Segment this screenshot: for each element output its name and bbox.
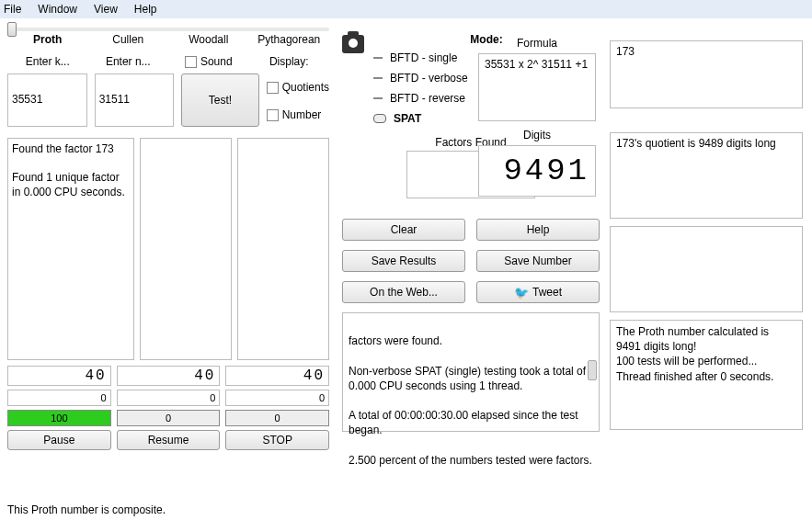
top-slider[interactable] <box>7 28 329 31</box>
digits-label: Digits <box>478 129 596 141</box>
number-checkbox[interactable] <box>267 109 279 121</box>
lcd-c: 40 <box>225 366 329 386</box>
log-box-1: Found the factor 173 Found 1 unique fact… <box>7 138 134 360</box>
zero-b: 0 <box>117 390 221 406</box>
menu-help[interactable]: Help <box>134 3 157 16</box>
formula-box: 35531 x 2^ 31511 +1 <box>478 53 596 121</box>
clear-button[interactable]: Clear <box>342 219 465 241</box>
quotients-checkbox[interactable] <box>267 82 279 94</box>
label-display: Display: <box>249 55 330 68</box>
type-pythagorean[interactable]: Pythagorean <box>249 33 330 46</box>
status-bar: This Proth number is composite. <box>7 503 166 516</box>
label-sound: Sound <box>200 55 233 68</box>
zero-c: 0 <box>225 390 329 406</box>
empty-box <box>610 226 803 312</box>
progress-b: 0 <box>117 410 221 426</box>
tweet-button[interactable]: 🐦Tweet <box>476 281 600 303</box>
type-cullen[interactable]: Cullen <box>88 33 169 46</box>
progress-c: 0 <box>225 410 329 426</box>
save-number-button[interactable]: Save Number <box>476 250 600 272</box>
label-enter-n: Enter n... <box>88 55 169 68</box>
zero-a: 0 <box>7 390 111 406</box>
sound-checkbox[interactable] <box>185 56 197 68</box>
menu-view[interactable]: View <box>94 3 118 16</box>
log-box-3 <box>237 138 329 360</box>
save-results-button[interactable]: Save Results <box>342 250 465 272</box>
stop-button[interactable]: STOP <box>225 430 329 450</box>
log-box-2 <box>140 138 232 360</box>
final-message-box: The Proth number calculated is 9491 digi… <box>610 320 803 430</box>
label-number: Number <box>282 108 322 121</box>
type-woodall[interactable]: Woodall <box>168 33 249 46</box>
menu-window[interactable]: Window <box>38 3 77 16</box>
menu-file[interactable]: File <box>4 3 21 16</box>
label-quotients: Quotients <box>282 81 329 94</box>
quotient-box: 173's quotient is 9489 digits long <box>610 132 803 219</box>
label-enter-k: Enter k... <box>7 55 88 68</box>
test-button[interactable]: Test! <box>181 73 258 127</box>
pause-button[interactable]: Pause <box>7 430 111 450</box>
help-button[interactable]: Help <box>476 219 600 241</box>
menu-bar: File Window View Help <box>0 0 812 18</box>
on-the-web-button[interactable]: On the Web... <box>342 281 465 303</box>
lcd-b: 40 <box>117 366 221 386</box>
camera-icon[interactable] <box>342 35 364 53</box>
scrollbar-thumb[interactable] <box>588 360 597 380</box>
input-k[interactable]: 35531 <box>7 73 87 127</box>
slider-thumb[interactable] <box>7 22 17 37</box>
digits-value: 9491 <box>478 145 596 197</box>
twitter-icon: 🐦 <box>514 286 529 300</box>
type-proth[interactable]: Proth <box>7 33 88 46</box>
lcd-a: 40 <box>7 366 111 386</box>
factor-box: 173 <box>610 40 803 108</box>
formula-label: Formula <box>478 37 596 50</box>
resume-button[interactable]: Resume <box>117 430 221 450</box>
result-log[interactable]: factors were found. Non-verbose SPAT (si… <box>342 312 600 432</box>
progress-a: 100 <box>7 410 111 426</box>
input-n[interactable]: 31511 <box>95 73 175 127</box>
